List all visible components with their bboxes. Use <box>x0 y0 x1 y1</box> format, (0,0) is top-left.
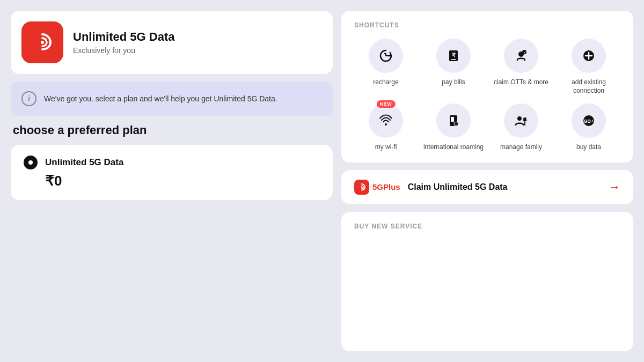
shortcut-buy-data[interactable]: GB+ buy data <box>557 104 620 152</box>
claim-card[interactable]: 5GPlus Claim Unlimited 5G Data → <box>341 170 633 204</box>
plan-name: Unlimited 5G Data <box>45 157 123 168</box>
add-existing-connection-label: add existing connection <box>557 78 620 95</box>
recharge-icon-circle <box>369 39 403 73</box>
buy-new-service-label: BUY NEW SERVICE <box>354 223 620 230</box>
info-text: We've got you. select a plan and we'll h… <box>44 93 277 105</box>
promo-card: Unlimited 5G Data Exclusively for you <box>11 11 333 74</box>
shortcuts-grid: recharge ₹ pay bills <box>354 39 620 152</box>
shortcut-add-existing-connection[interactable]: add existing connection <box>557 39 620 95</box>
claim-brand-text: 5GPlus <box>372 182 400 191</box>
manage-family-icon-circle <box>504 104 538 138</box>
promo-text: Unlimited 5G Data Exclusively for you <box>73 30 174 55</box>
claim-text: Claim Unlimited 5G Data <box>408 182 601 192</box>
plan-header: Unlimited 5G Data <box>24 156 320 169</box>
svg-point-0 <box>41 41 44 44</box>
pay-bills-icon-circle: ₹ <box>436 39 471 73</box>
plan-radio[interactable] <box>24 156 38 169</box>
shortcut-my-wifi[interactable]: NEW my wi-fi <box>354 104 418 152</box>
my-wifi-label: my wi-fi <box>375 143 397 152</box>
claim-brand: 5GPlus <box>354 180 400 195</box>
recharge-label: recharge <box>373 78 398 87</box>
claim-arrow-icon: → <box>609 180 620 194</box>
airtel-logo <box>21 21 63 63</box>
shortcuts-card: SHORTCUTS recharge ₹ <box>341 11 633 162</box>
left-column: Unlimited 5G Data Exclusively for you i … <box>11 11 333 351</box>
svg-text:₹: ₹ <box>452 52 456 58</box>
international-roaming-icon-circle: + <box>436 104 471 138</box>
plan-section-title: choose a preferred plan <box>11 123 333 137</box>
buy-new-service-card: BUY NEW SERVICE <box>341 212 633 351</box>
airtel-claim-logo <box>354 180 369 195</box>
right-column: SHORTCUTS recharge ₹ <box>341 11 633 351</box>
svg-point-15 <box>517 116 522 121</box>
svg-text:+: + <box>456 122 457 125</box>
svg-point-21 <box>361 186 363 188</box>
promo-subtitle: Exclusively for you <box>73 46 174 55</box>
buy-data-icon-circle: GB+ <box>572 104 606 138</box>
my-wifi-icon-circle: NEW <box>369 104 403 138</box>
shortcut-manage-family[interactable]: manage family <box>489 104 553 152</box>
pay-bills-label: pay bills <box>442 78 465 87</box>
svg-rect-12 <box>451 117 454 122</box>
svg-text:GB+: GB+ <box>584 119 594 124</box>
claim-otts-label: claim OTTs & more <box>494 78 548 87</box>
info-icon: i <box>21 91 36 106</box>
manage-family-label: manage family <box>500 143 542 152</box>
shortcut-international-roaming[interactable]: + international roaming <box>422 104 485 152</box>
buy-data-label: buy data <box>576 143 601 152</box>
svg-text:✓: ✓ <box>523 51 526 54</box>
plan-card[interactable]: Unlimited 5G Data ₹0 <box>11 145 333 200</box>
shortcut-pay-bills[interactable]: ₹ pay bills <box>422 39 485 95</box>
svg-rect-3 <box>451 59 456 60</box>
shortcut-claim-otts[interactable]: ✓ claim OTTs & more <box>489 39 553 95</box>
international-roaming-label: international roaming <box>423 143 484 152</box>
info-card: i We've got you. select a plan and we'll… <box>11 82 333 116</box>
shortcut-recharge[interactable]: recharge <box>354 39 418 95</box>
promo-title: Unlimited 5G Data <box>73 30 174 44</box>
svg-point-10 <box>385 123 387 125</box>
shortcuts-label: SHORTCUTS <box>354 21 620 29</box>
add-existing-connection-icon-circle <box>572 39 606 73</box>
claim-otts-icon-circle: ✓ <box>504 39 538 73</box>
plan-price: ₹0 <box>24 173 320 189</box>
new-badge: NEW <box>377 100 396 108</box>
